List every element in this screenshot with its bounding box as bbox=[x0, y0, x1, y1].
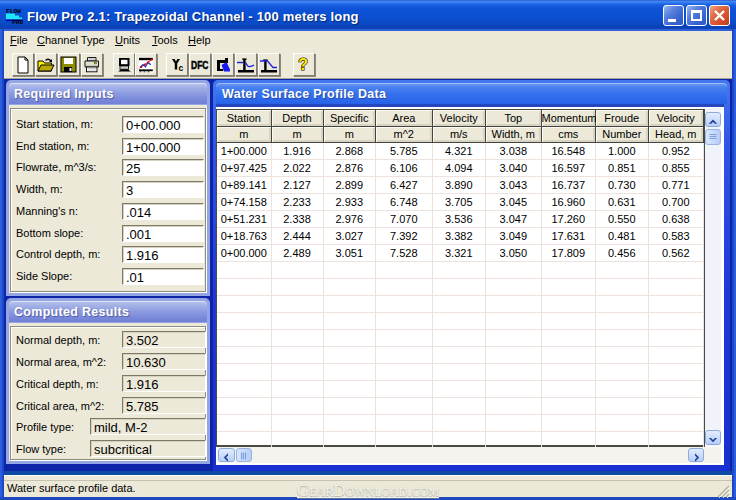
svg-text:DFC: DFC bbox=[191, 59, 209, 71]
svg-text:PRO: PRO bbox=[12, 19, 23, 24]
svg-text:FLOW: FLOW bbox=[6, 8, 21, 15]
svg-text:?: ? bbox=[298, 56, 308, 73]
svg-text:c: c bbox=[179, 63, 184, 73]
